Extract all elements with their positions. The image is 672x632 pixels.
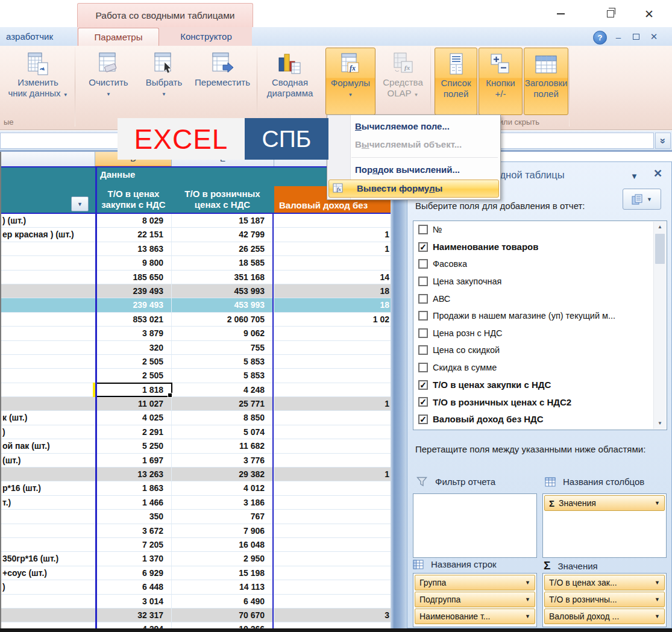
data-cell[interactable]: 4 248 [172, 383, 274, 396]
data-cell[interactable]: 7 205 [95, 538, 172, 551]
data-cell[interactable]: 185 650 [95, 271, 172, 284]
data-cell[interactable] [274, 524, 391, 537]
data-cell[interactable]: 351 168 [172, 271, 274, 284]
menu-item-calculated-field[interactable]: Вычисляемое поле... [327, 117, 500, 136]
data-cell[interactable] [274, 425, 391, 439]
plus-minus-buttons-button[interactable]: Кнопки +/- [479, 48, 523, 115]
field-list-item[interactable]: Цена со скидкой [413, 342, 667, 359]
data-cell[interactable]: 2 505 [95, 369, 172, 382]
workbook-restore-button[interactable] [629, 31, 642, 43]
close-button[interactable]: ✕ [640, 7, 658, 20]
data-cell[interactable]: 8 029 [95, 214, 172, 227]
scroll-up-icon[interactable]: ▲ [654, 222, 666, 233]
data-cell[interactable]: 6 448 [95, 580, 172, 593]
chevron-down-icon[interactable]: ▼ [525, 613, 530, 619]
data-cell[interactable]: 1 02 [274, 313, 391, 326]
data-cell[interactable]: 350 [95, 510, 172, 523]
data-cell[interactable]: 3 879 [95, 327, 172, 340]
row-label-cell[interactable]: ) [0, 425, 95, 439]
data-cell[interactable]: 6 490 [172, 595, 274, 608]
move-pivottable-button[interactable]: Переместить [190, 48, 254, 115]
unchecked-checkbox[interactable] [418, 277, 428, 286]
unchecked-checkbox[interactable] [418, 311, 428, 321]
row-label-cell[interactable]: ) [0, 580, 95, 593]
data-cell[interactable]: 29 382 [172, 468, 274, 481]
data-cell[interactable]: 3 [274, 609, 391, 622]
data-cell[interactable]: 18 [274, 298, 391, 311]
data-cell[interactable] [274, 327, 391, 340]
data-cell[interactable]: 239 493 [95, 284, 172, 298]
data-cell[interactable]: 1 [274, 397, 391, 410]
data-cell[interactable]: 11 027 [95, 397, 172, 410]
row-label-cell[interactable]: ой пак (шт.) [0, 439, 95, 452]
row-label-cell[interactable] [0, 510, 95, 523]
data-cell[interactable]: 4 025 [95, 411, 172, 424]
row-label-cell[interactable] [0, 271, 95, 284]
data-cell[interactable]: 22 151 [95, 228, 172, 241]
row-label-cell[interactable] [0, 524, 95, 537]
select-button[interactable]: Выбрать ▼ [137, 48, 190, 115]
data-cell[interactable] [274, 566, 391, 580]
unchecked-checkbox[interactable] [418, 225, 428, 234]
data-cell[interactable]: 10 266 [172, 622, 274, 628]
data-cell[interactable]: 767 [172, 510, 274, 523]
row-label-cell[interactable] [0, 595, 95, 608]
row-label-cell[interactable] [0, 369, 95, 382]
data-cell[interactable]: 7 906 [172, 524, 274, 537]
pivot-field-button[interactable]: Валовый доход ...▼ [544, 609, 665, 624]
field-list-item[interactable]: ✓Т/О в розничных ценах с НДС2 [413, 393, 667, 411]
chevron-down-icon[interactable]: ▼ [655, 596, 660, 602]
menu-item-solve-order[interactable]: Порядок вычислений... [327, 161, 500, 179]
data-cell[interactable]: 3 186 [172, 496, 274, 509]
field-headers-button[interactable]: Заголовки полей [524, 48, 568, 115]
data-cell[interactable]: 3 776 [172, 454, 274, 467]
data-cell[interactable]: 1 370 [95, 552, 172, 565]
data-cell[interactable]: 2 505 [95, 355, 172, 368]
chevron-down-icon[interactable]: ▼ [655, 500, 660, 506]
data-cell[interactable]: 853 021 [95, 313, 172, 326]
field-list-item[interactable]: Цена закупочная [413, 273, 667, 290]
pane-menu-button[interactable]: ▼ [630, 172, 638, 181]
data-cell[interactable]: 14 [274, 271, 391, 284]
data-cell[interactable]: 16 048 [172, 538, 274, 551]
menu-item-list-formulas-highlighted[interactable]: Вывести формулы [328, 180, 499, 198]
data-cell[interactable]: 26 255 [172, 242, 274, 255]
tab-developer[interactable]: азработчик [0, 28, 63, 46]
workbook-minimize-button[interactable]: – [612, 31, 625, 43]
data-cell[interactable]: 1 [274, 468, 391, 481]
unchecked-checkbox[interactable] [418, 328, 428, 338]
field-list-item[interactable]: № [413, 221, 667, 239]
scrollbar[interactable]: ▲ ▼ [653, 222, 666, 429]
col-header-e[interactable]: Т/О в розничныхценах с НДС [172, 189, 273, 210]
chevron-down-icon[interactable]: ▼ [525, 580, 530, 586]
data-cell[interactable]: 239 493 [95, 298, 172, 311]
data-cell[interactable]: 5 074 [172, 425, 274, 439]
task-pane-splitter[interactable] [391, 152, 407, 628]
row-label-cell[interactable]: (шт.) [0, 454, 95, 467]
field-list-item[interactable]: Продажи в нашем магазине (уп) текущий м.… [413, 307, 667, 325]
data-cell[interactable]: 11 682 [172, 439, 274, 452]
row-label-cell[interactable]: 350гр*16 (шт.) [0, 552, 95, 565]
chevron-down-icon[interactable]: ▼ [525, 596, 530, 602]
data-cell[interactable]: 3 672 [95, 524, 172, 537]
data-cell[interactable]: 9 800 [95, 256, 172, 269]
pivotchart-button[interactable]: Сводная диаграмма [259, 48, 321, 115]
chevron-down-icon[interactable]: ▼ [655, 580, 660, 586]
change-data-source-button[interactable]: Изменить чник данных ▼ [2, 48, 74, 115]
data-cell[interactable] [274, 341, 391, 354]
pivot-field-button[interactable]: Подгруппа▼ [415, 592, 535, 607]
unchecked-checkbox[interactable] [418, 294, 428, 304]
data-header-label[interactable]: Данные [100, 169, 135, 180]
formulas-button[interactable]: fx Формулы ▼ [325, 48, 375, 115]
data-cell[interactable] [274, 369, 391, 382]
scrollbar-thumb[interactable] [655, 234, 665, 264]
report-filter-box[interactable] [413, 493, 537, 558]
data-cell[interactable]: 1 863 [95, 481, 172, 495]
row-label-cell[interactable]: ер красная ) (шт.) [0, 228, 95, 241]
field-list-item[interactable]: АВС [413, 290, 667, 307]
col-header-d[interactable]: Т/О в ценахзакупки с НДС [95, 189, 172, 210]
values-box[interactable]: Т/О в ценах зак...▼Т/О в розничны...▼Вал… [542, 573, 667, 627]
pane-layout-button[interactable]: ▼ [623, 189, 661, 210]
data-cell[interactable] [274, 439, 391, 452]
unchecked-checkbox[interactable] [418, 363, 428, 372]
